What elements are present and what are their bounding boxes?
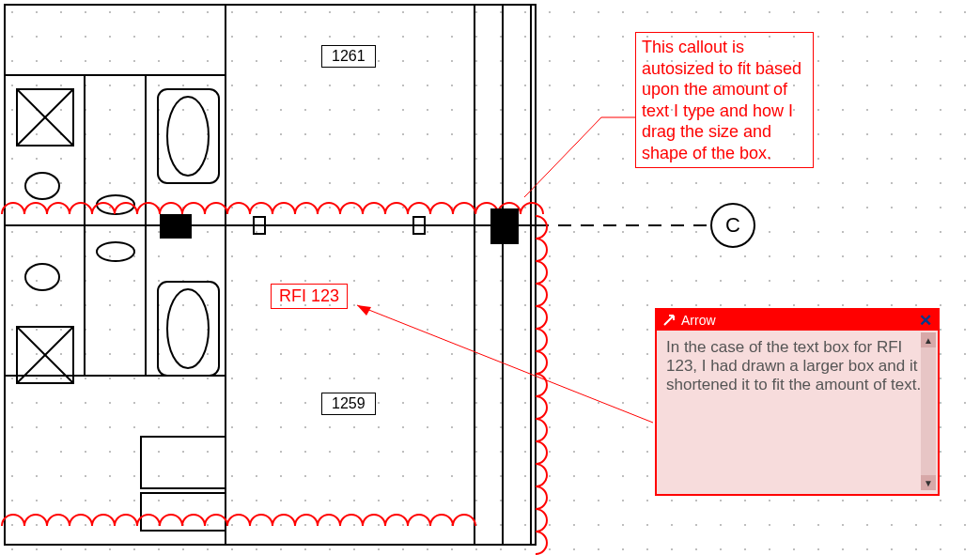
callout-text: This callout is autosized to fit based u…: [642, 38, 801, 162]
svg-point-12: [25, 264, 59, 290]
room-number-tag: 1259: [321, 393, 376, 415]
scroll-down-button[interactable]: ▼: [921, 475, 936, 490]
room-number-label: 1259: [332, 395, 366, 411]
room-number-tag: 1261: [321, 45, 376, 68]
tooltip-scrollbar[interactable]: ▲ ▼: [921, 332, 936, 490]
tooltip-body: In the case of the text box for RFI 123,…: [657, 331, 938, 471]
tooltip-body-text: In the case of the text box for RFI 123,…: [666, 338, 921, 393]
svg-point-10: [167, 289, 209, 368]
tooltip-header[interactable]: Arrow ✕: [657, 310, 938, 331]
svg-point-8: [167, 97, 209, 176]
svg-rect-21: [141, 437, 226, 488]
svg-line-28: [357, 305, 653, 423]
callout-rfi-box[interactable]: RFI 123: [271, 284, 348, 309]
svg-point-11: [25, 173, 59, 199]
svg-point-14: [97, 242, 134, 261]
scroll-up-button[interactable]: ▲: [921, 332, 936, 347]
rfi-label: RFI 123: [279, 286, 339, 305]
svg-marker-29: [357, 305, 371, 316]
room-number-label: 1261: [332, 48, 366, 64]
grid-bubble: C: [710, 203, 755, 248]
close-icon[interactable]: ✕: [919, 311, 932, 331]
arrow-icon: [662, 314, 676, 327]
tooltip-title: Arrow: [681, 313, 913, 328]
callout-autosize-box[interactable]: This callout is autosized to fit based u…: [635, 32, 814, 168]
grid-bubble-label: C: [725, 213, 740, 238]
solid-column-marker: [160, 214, 192, 239]
tooltip-panel[interactable]: Arrow ✕ In the case of the text box for …: [655, 308, 940, 496]
solid-column-marker: [490, 208, 519, 244]
